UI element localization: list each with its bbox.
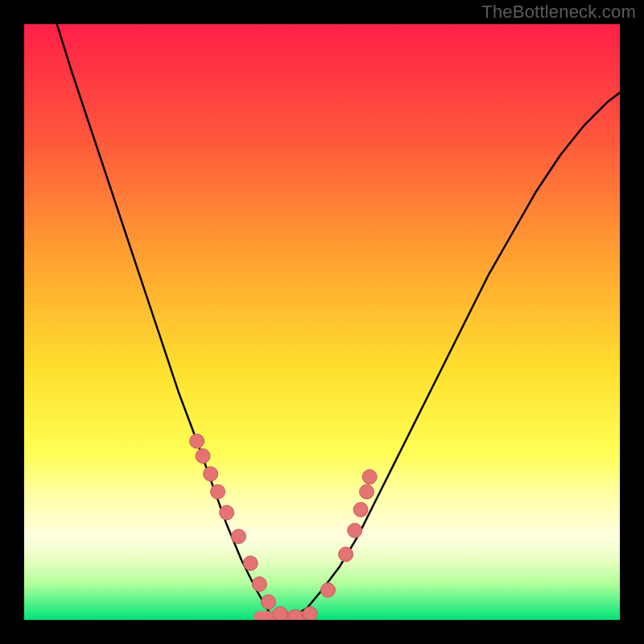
- data-point-dot: [339, 547, 353, 562]
- data-point-dot: [320, 583, 335, 597]
- data-point-dot: [220, 506, 234, 520]
- data-point-dot: [261, 595, 275, 609]
- gradient-background: [24, 24, 620, 620]
- data-point-dot: [196, 449, 210, 464]
- data-point-dot: [303, 607, 317, 620]
- data-point-dot: [243, 556, 258, 571]
- bottleneck-chart-svg: [24, 24, 620, 620]
- data-point-dot: [360, 485, 374, 499]
- data-point-dot: [288, 609, 303, 620]
- data-point-dot: [348, 523, 362, 538]
- data-point-dot: [353, 502, 368, 517]
- plot-area: [24, 24, 620, 620]
- data-point-dot: [231, 529, 246, 543]
- data-point-dot: [252, 577, 266, 592]
- chart-frame: TheBottleneck.com: [0, 0, 644, 644]
- data-point-dot: [204, 467, 218, 481]
- watermark-text: TheBottleneck.com: [481, 2, 636, 23]
- data-point-dot: [362, 469, 377, 484]
- data-point-dot: [190, 434, 204, 448]
- data-point-dot: [273, 607, 287, 620]
- data-point-dot: [211, 485, 225, 499]
